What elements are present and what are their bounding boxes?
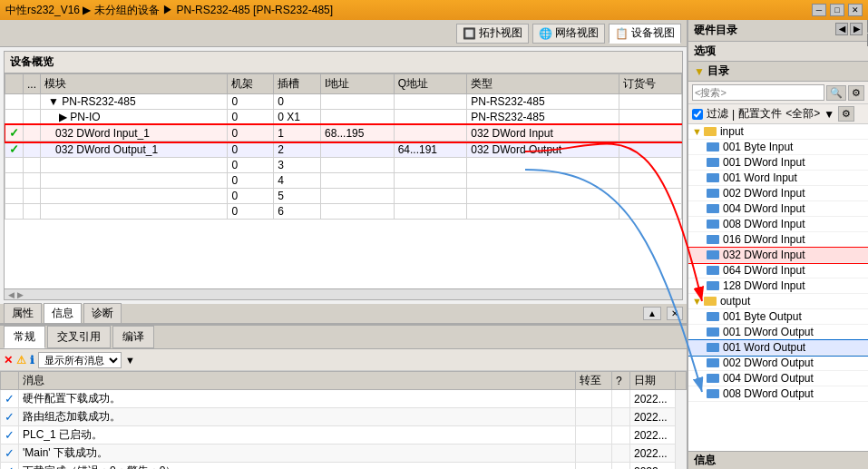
tree-item-008-dword-output[interactable]: 008 DWord Output (688, 386, 868, 402)
tree-item-128-dword-input[interactable]: 128 DWord Input (688, 278, 868, 294)
tree-item-001-word-output[interactable]: 001 Word Output (688, 340, 868, 356)
log-goto (576, 390, 612, 408)
item-label: 128 DWord Input (723, 279, 805, 292)
row-slot: 4 (274, 173, 321, 189)
table-row[interactable]: 0 6 (5, 204, 682, 220)
log-check: ✓ (1, 390, 19, 408)
file-icon (707, 374, 719, 383)
output-folder-label: output (720, 295, 750, 308)
item-label: 016 DWord Input (723, 233, 805, 246)
message-filter-select[interactable]: 显示所有消息 (38, 352, 122, 368)
profile-options-icon[interactable]: ⚙ (838, 106, 854, 122)
tree-item-004-dword-output[interactable]: 004 DWord Output (688, 371, 868, 386)
tab-general[interactable]: 常规 (4, 326, 45, 348)
catalog-btn1[interactable]: ◀ (835, 23, 848, 35)
filter-checkbox[interactable] (692, 109, 703, 120)
tree-item-001-dword-input[interactable]: 001 DWord Input (688, 155, 868, 171)
tab-info[interactable]: 信息 (44, 303, 82, 324)
close-panel-btn[interactable]: ✕ (667, 307, 683, 320)
log-row[interactable]: ✓ 路由组态加载成功。 2022... (1, 408, 687, 426)
tree-item-001-dword-output[interactable]: 001 DWord Output (688, 325, 868, 340)
title-label: 中性rs232_V16 ▶ 未分组的设备 ▶ PN-RS232-485 [PN-… (5, 3, 333, 18)
tree-item-032-dword-input[interactable]: 032 DWord Input (688, 248, 868, 263)
tree-item-001-byte-output[interactable]: 001 Byte Output (688, 309, 868, 325)
log-row[interactable]: ✓ 下载完成（错误：0；警告：0）。 2022... (1, 463, 687, 470)
topology-view-btn[interactable]: 🔲 拓扑视图 (456, 24, 529, 44)
tree-item-002-dword-output[interactable]: 002 DWord Output (688, 356, 868, 371)
device-view-btn[interactable]: 📋 设备视图 (609, 24, 681, 44)
table-row[interactable]: ▼ PN-RS232-485 0 0 PN-RS232-485 (5, 94, 682, 110)
tree-item-001-word-input[interactable]: 001 Word Input (688, 171, 868, 186)
tree-folder-output[interactable]: ▼ output (688, 294, 868, 309)
tree-item-001-byte-input[interactable]: 001 Byte Input (688, 140, 868, 155)
minimize-button[interactable]: ─ (812, 4, 826, 16)
row-iaddr: 68...195 (321, 125, 395, 142)
row-qaddr (394, 110, 467, 125)
tab-diagnostics[interactable]: 诊断 (83, 303, 122, 324)
info-filter-icon[interactable]: ℹ (30, 354, 34, 366)
table-row[interactable]: 0 3 (5, 158, 682, 173)
table-row[interactable]: ▶ PN-IO 0 0 X1 PN-RS232-485 (5, 110, 682, 125)
row-check: ✓ (5, 142, 24, 158)
search-options-icon[interactable]: ⚙ (848, 85, 864, 101)
folder-arrow-output: ▼ (692, 296, 702, 307)
warn-filter-icon[interactable]: ⚠ (16, 354, 26, 366)
table-row[interactable]: 0 4 (5, 173, 682, 189)
tab-attributes[interactable]: 属性 (4, 303, 42, 324)
item-label: 008 DWord Input (723, 218, 805, 230)
expand-btn[interactable]: ▲ (643, 307, 661, 320)
item-label: 001 Byte Input (723, 141, 793, 153)
table-row[interactable]: ✓ 032 DWord Input_1 0 1 68...195 032 DWo… (5, 125, 682, 142)
profile-dropdown-icon: ▼ (824, 108, 834, 121)
error-filter-icon[interactable]: ✕ (4, 354, 13, 366)
catalog-info-bar: 信息 (688, 451, 868, 469)
tree-item-008-dword-input[interactable]: 008 DWord Input (688, 217, 868, 232)
row-module: ▼ PN-RS232-485 (41, 94, 228, 110)
file-icon (707, 220, 719, 229)
row-qaddr (394, 125, 467, 142)
title-bar: 中性rs232_V16 ▶ 未分组的设备 ▶ PN-RS232-485 [PN-… (0, 0, 868, 20)
options-header: 选项 (688, 42, 868, 62)
log-scroll[interactable]: 消息 转至 ? 日期 ✓ 硬件配置下载成功。 (0, 371, 687, 469)
catalog-tree[interactable]: ▼ input 001 Byte Input 001 DWord Input 0… (688, 124, 868, 451)
title-buttons: ─ □ ✕ (812, 4, 863, 16)
row-slot: 0 X1 (274, 110, 321, 125)
tab-cross-ref[interactable]: 交叉引用 (47, 326, 111, 348)
catalog-search-input[interactable] (692, 84, 824, 101)
table-row[interactable]: 0 5 (5, 189, 682, 204)
tab-compile[interactable]: 编译 (112, 326, 154, 348)
log-msg: PLC_1 已启动。 (19, 426, 576, 445)
close-button[interactable]: ✕ (848, 4, 863, 16)
table-row[interactable]: ✓ 032 DWord Output_1 0 2 64...191 032 DW… (5, 142, 682, 158)
tab-label: 常规 (14, 330, 35, 343)
log-col-q: ? (612, 372, 630, 390)
restore-button[interactable]: □ (830, 4, 844, 16)
tab-label: 编译 (122, 330, 144, 343)
catalog-btn2[interactable]: ▶ (850, 23, 863, 35)
log-row[interactable]: ✓ 'Main' 下载成功。 2022... (1, 445, 687, 463)
log-row[interactable]: ✓ 硬件配置下载成功。 2022... (1, 390, 687, 408)
tree-folder-input[interactable]: ▼ input (688, 124, 868, 140)
item-label: 001 DWord Input (723, 156, 805, 169)
tree-item-016-dword-input[interactable]: 016 DWord Input (688, 232, 868, 248)
tree-item-002-dword-input[interactable]: 002 DWord Input (688, 186, 868, 201)
row-module: 032 DWord Input_1 (41, 125, 228, 142)
row-type: PN-RS232-485 (467, 94, 619, 110)
row-dots (24, 110, 41, 125)
col-rack: 机架 (228, 74, 274, 94)
device-table-container[interactable]: ... 模块 机架 插槽 I地址 Q地址 类型 订货号 (5, 73, 682, 288)
col-qaddr: Q地址 (394, 74, 467, 94)
tab-label: 属性 (12, 307, 34, 319)
file-icon (707, 158, 719, 167)
hardware-catalog-panel: 硬件目录 ◀ ▶ 选项 ▼ 目录 🔍 ⚙ 过滤 | (687, 20, 868, 469)
tree-item-064-dword-input[interactable]: 064 DWord Input (688, 263, 868, 278)
network-view-btn[interactable]: 🌐 网络视图 (532, 24, 605, 44)
title-text: 中性rs232_V16 ▶ 未分组的设备 ▶ PN-RS232-485 [PN-… (5, 3, 333, 18)
search-icon[interactable]: 🔍 (826, 85, 846, 101)
tree-item-004-dword-input[interactable]: 004 DWord Input (688, 201, 868, 217)
catalog-section: ▼ 目录 🔍 ⚙ 过滤 | 配置文件 <全部> ▼ ⚙ ▼ (688, 62, 868, 469)
log-col-goto: 转至 (576, 372, 612, 390)
col-check (5, 74, 24, 94)
log-row[interactable]: ✓ PLC_1 已启动。 2022... (1, 426, 687, 445)
log-goto (576, 408, 612, 426)
